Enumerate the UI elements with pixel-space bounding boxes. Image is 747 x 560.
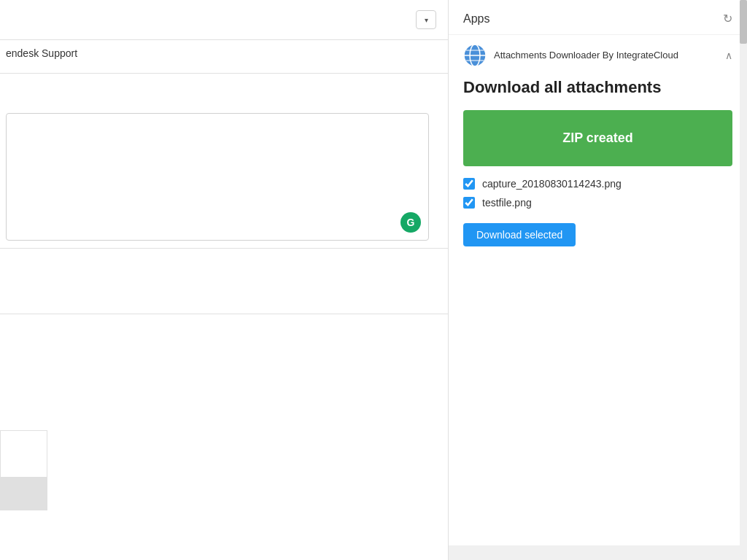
file-item-2: testfile.png bbox=[463, 197, 732, 209]
file-checkbox-1[interactable] bbox=[463, 178, 475, 190]
app-identity: Attachments Downloader By IntegrateCloud bbox=[463, 44, 678, 67]
file-name-1: capture_20180830114243.png bbox=[482, 178, 622, 190]
mid-divider bbox=[0, 248, 448, 249]
app-section: Attachments Downloader By IntegrateCloud… bbox=[449, 35, 747, 255]
content-box: G bbox=[6, 113, 429, 241]
zip-created-button[interactable]: ZIP created bbox=[463, 110, 732, 166]
bottom-element bbox=[0, 430, 47, 510]
download-selected-button[interactable]: Download selected bbox=[463, 223, 576, 246]
zendesk-label: endesk Support bbox=[6, 47, 77, 59]
bottom-bar bbox=[449, 545, 747, 560]
app-header-row: Attachments Downloader By IntegrateCloud… bbox=[463, 44, 732, 67]
right-panel: Apps ↻ Attachments Downloader By Integra bbox=[449, 0, 747, 560]
app-icon bbox=[463, 44, 487, 67]
chevron-up-icon[interactable]: ∧ bbox=[725, 50, 732, 61]
chevron-down-icon: ▾ bbox=[425, 16, 428, 24]
scrollbar-track[interactable] bbox=[740, 0, 747, 560]
lower-divider bbox=[0, 314, 448, 314]
dropdown-button[interactable]: ▾ bbox=[416, 10, 436, 29]
download-heading: Download all attachments bbox=[463, 77, 732, 98]
refresh-icon[interactable]: ↻ bbox=[723, 12, 732, 26]
bottom-rect-bottom bbox=[0, 478, 47, 510]
grammarly-icon: G bbox=[400, 212, 421, 233]
scrollbar-thumb[interactable] bbox=[740, 0, 747, 44]
left-panel: ▾ endesk Support G bbox=[0, 0, 449, 560]
file-list: capture_20180830114243.png testfile.png bbox=[463, 178, 732, 209]
top-bar: ▾ bbox=[0, 0, 448, 40]
top-divider bbox=[0, 73, 448, 74]
app-name: Attachments Downloader By IntegrateCloud bbox=[494, 50, 678, 62]
apps-header: Apps ↻ bbox=[449, 0, 747, 35]
bottom-rect-top bbox=[0, 430, 47, 478]
apps-title: Apps bbox=[463, 12, 489, 26]
file-checkbox-2[interactable] bbox=[463, 197, 475, 209]
file-item-1: capture_20180830114243.png bbox=[463, 178, 732, 190]
file-name-2: testfile.png bbox=[482, 197, 532, 209]
